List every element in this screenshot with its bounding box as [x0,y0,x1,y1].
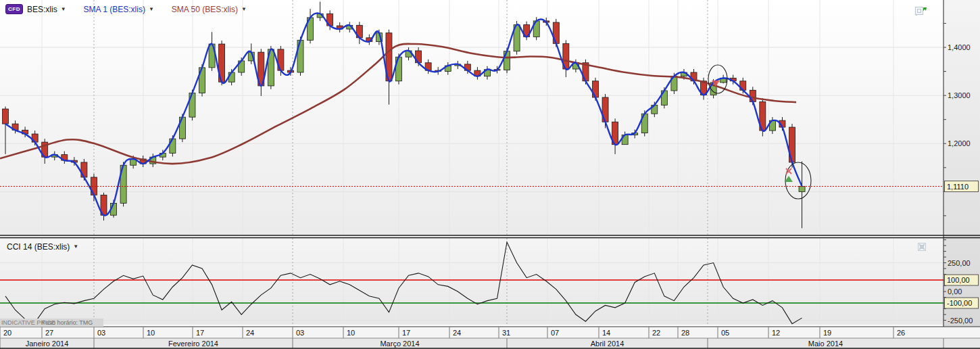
candle-body [504,51,510,70]
week-label: 12 [772,329,780,337]
timezone-label: Fuso horário: TMG [42,319,93,326]
cfd-badge: CFD [5,4,23,14]
week-label: 03 [296,329,304,337]
cci-tick-label: 0,00 [948,287,962,296]
week-label: 10 [347,329,355,337]
week-label: 17 [402,329,410,337]
symbol-dropdown[interactable]: CFD BES:xlis [5,4,66,14]
cci-plot-area [0,238,944,325]
week-label: 07 [551,329,559,337]
week-label: 19 [823,329,831,337]
month-label: Abril 2014 [591,340,624,348]
week-label: 24 [453,329,461,337]
symbol-label: BES:xlis [27,5,57,14]
chevron-down-icon [73,244,78,250]
candle-body [3,109,9,124]
week-label: 17 [196,329,204,337]
cci-dropdown[interactable]: CCI 14 (BES:xlis) [7,242,78,252]
month-label: Janeiro 2014 [26,340,69,348]
sma50-label: SMA 50 (BES:xlis) [172,5,238,14]
week-label: 14 [602,329,610,337]
week-label: 24 [246,329,254,337]
restore-window-icon[interactable] [933,7,941,15]
week-label: 31 [502,329,510,337]
week-label: 05 [721,329,729,337]
indicator-header: CCI 14 (BES:xlis) [7,242,78,252]
current-price-label: 1,1110 [947,183,969,191]
month-label: Março 2014 [380,340,419,348]
close-panel-icon[interactable] [931,243,939,251]
chevron-down-icon [241,7,247,12]
week-label: 10 [147,329,155,337]
month-label: Fevereiro 2014 [168,340,218,348]
chart-window: 1,40001,30001,20001,1110250,000,00-250,0… [0,0,980,349]
cci-level-label: -100,00 [947,299,972,307]
candle-body [228,72,235,82]
indicator-panel-controls [918,243,939,251]
price-chart-canvas[interactable]: 1,40001,30001,20001,1110250,000,00-250,0… [0,0,980,349]
cci-level-label: 100,00 [947,276,970,284]
week-label: 26 [897,329,905,337]
week-label: 28 [681,329,689,337]
month-label: Maio 2014 [808,340,843,348]
price-tick-label: 1,2000 [948,139,971,147]
chart-window-controls [915,7,941,15]
chevron-down-icon [61,7,66,12]
chart-toolbar: CFD BES:xlis SMA 1 (BES:xlis) SMA 50 (BE… [5,4,247,14]
week-label: 20 [3,329,11,337]
cci-tick-label: -250,00 [948,317,973,325]
price-tick-label: 1,3000 [948,91,971,99]
cci-label: CCI 14 (BES:xlis) [7,242,70,252]
sma50-dropdown[interactable]: SMA 50 (BES:xlis) [172,5,247,14]
cci-tick-label: 250,00 [948,259,971,267]
price-tick-label: 1,4000 [948,43,971,51]
week-label: 27 [45,329,53,337]
sma1-label: SMA 1 (BES:xlis) [84,5,145,14]
week-label: 22 [652,329,660,337]
week-label: 03 [97,329,105,337]
sma1-dropdown[interactable]: SMA 1 (BES:xlis) [84,5,154,14]
candle-body [799,187,805,192]
chevron-down-icon [149,7,154,12]
